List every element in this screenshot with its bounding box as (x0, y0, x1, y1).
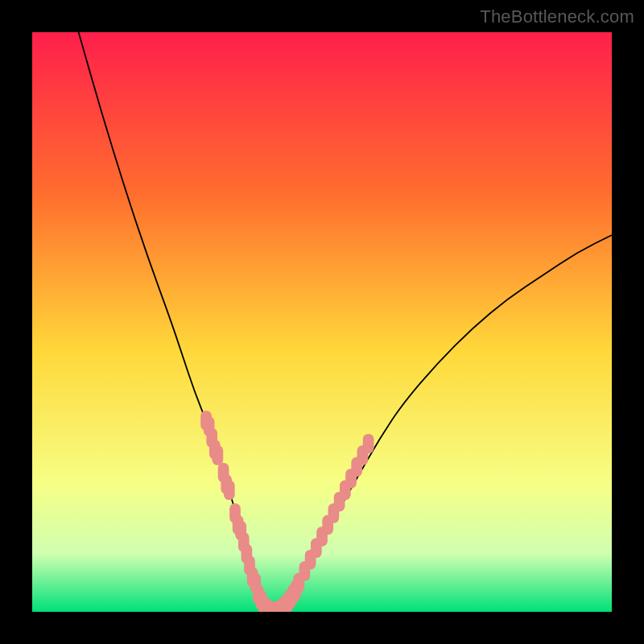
curve-marker (213, 445, 224, 464)
watermark-text: TheBottleneck.com (480, 6, 634, 27)
curve-marker (224, 481, 235, 500)
gradient-background (32, 32, 612, 612)
chart-frame: TheBottleneck.com (0, 0, 644, 644)
curve-marker (363, 434, 374, 453)
bottleneck-chart (32, 32, 612, 612)
